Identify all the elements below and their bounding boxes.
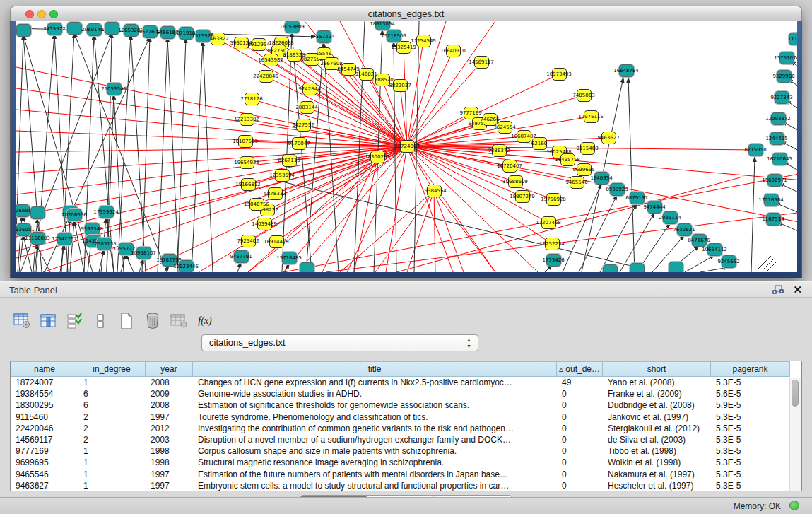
table-cell[interactable]: 0: [557, 435, 603, 445]
graph-node[interactable]: [669, 262, 683, 272]
table-cell[interactable]: 5.6E-5: [711, 389, 790, 399]
table-cell[interactable]: Genome-wide association studies in ADHD.: [193, 389, 557, 399]
table-cell[interactable]: 9465546: [11, 469, 78, 479]
new-column-icon[interactable]: [117, 312, 136, 330]
graph-node[interactable]: [30, 206, 45, 219]
graph-node[interactable]: [603, 264, 618, 272]
table-cell[interactable]: 1998: [146, 457, 193, 467]
table-cell[interactable]: Disruption of a novel member of a sodium…: [193, 435, 557, 445]
table-row[interactable]: 1456911722003Disruption of a novel membe…: [11, 434, 801, 445]
table-cell[interactable]: 1: [78, 378, 146, 387]
table-mode-icon[interactable]: [13, 312, 31, 330]
table-cell[interactable]: 0: [557, 424, 603, 433]
table-cell[interactable]: 2: [78, 435, 146, 445]
table-cell[interactable]: Corpus callosum shape and size in male p…: [193, 446, 557, 456]
table-cell[interactable]: 2003: [146, 435, 193, 445]
table-cell[interactable]: 6: [78, 400, 146, 410]
row-list-icon[interactable]: [91, 312, 110, 330]
float-panel-icon[interactable]: [772, 285, 784, 295]
table-cell[interactable]: Yano et al. (2008): [603, 378, 711, 387]
table-cell[interactable]: Estimation of the future numbers of pati…: [193, 469, 557, 479]
table-row[interactable]: 969969511998Structural magnetic resonanc…: [11, 457, 801, 468]
column-header-name[interactable]: name: [11, 361, 78, 377]
table-cell[interactable]: 1997: [146, 469, 193, 479]
table-row[interactable]: 1830029562008Estimation of significance …: [11, 399, 801, 411]
graph-node[interactable]: [630, 263, 645, 272]
table-cell[interactable]: Structural magnetic resonance image aver…: [193, 457, 557, 467]
table-cell[interactable]: 5.3E-5: [711, 378, 790, 387]
table-cell[interactable]: 5.3E-5: [711, 435, 790, 445]
column-header-in_degree[interactable]: in_degree: [78, 361, 146, 377]
table-cell[interactable]: 9777169: [11, 446, 78, 456]
column-header-year[interactable]: year: [146, 361, 193, 377]
table-row[interactable]: 946362711997Embryonic stem cells: a mode…: [11, 480, 801, 491]
table-cell[interactable]: 5.3E-5: [711, 481, 790, 491]
close-panel-icon[interactable]: ✕: [793, 284, 802, 296]
table-cell[interactable]: 2: [78, 412, 146, 422]
table-cell[interactable]: 0: [557, 412, 603, 422]
table-row[interactable]: 946554611997Estimation of the future num…: [11, 469, 801, 480]
table-cell[interactable]: 1998: [146, 446, 193, 456]
table-cell[interactable]: 2009: [146, 389, 193, 399]
table-cell[interactable]: Embryonic stem cells: a model to study s…: [193, 481, 557, 491]
column-header-title[interactable]: title: [193, 361, 557, 377]
table-cell[interactable]: Tourette syndrome. Phenomenology and cla…: [193, 412, 557, 422]
table-row[interactable]: 1872400712008Changes of HCN gene express…: [11, 377, 801, 388]
table-cell[interactable]: 2: [78, 424, 146, 433]
table-cell[interactable]: 19384554: [11, 389, 78, 399]
table-cell[interactable]: 49: [557, 378, 603, 387]
table-cell[interactable]: 5.3E-5: [711, 412, 790, 422]
table-cell[interactable]: 1: [78, 457, 146, 467]
table-row[interactable]: 977716911998Corpus callosum shape and si…: [11, 445, 801, 457]
column-header-out_de[interactable]: ▵ out_de…: [557, 361, 603, 377]
function-builder-icon[interactable]: f(x): [196, 312, 214, 330]
table-cell[interactable]: Nakamura et al. (1997): [603, 469, 711, 479]
select-all-icon[interactable]: [65, 312, 83, 330]
table-cell[interactable]: 0: [557, 457, 603, 467]
table-cell[interactable]: 0: [557, 446, 603, 456]
table-cell[interactable]: Changes of HCN gene expression and I(f) …: [193, 378, 557, 387]
graph-node[interactable]: [105, 22, 119, 35]
network-canvas[interactable]: 1872400718300295193845547463822596012489…: [16, 21, 797, 272]
scrollbar-thumb[interactable]: [792, 380, 799, 407]
table-row[interactable]: 911546021997Tourette syndrome. Phenomeno…: [11, 411, 801, 423]
table-row[interactable]: 1938455462009Genome-wide association stu…: [11, 388, 801, 399]
table-cell[interactable]: Stergiakouli et al. (2012): [603, 424, 711, 433]
table-cell[interactable]: 5.3E-5: [711, 469, 790, 479]
table-cell[interactable]: 9699695: [11, 457, 78, 467]
table-cell[interactable]: Jankovic et al. (1997): [603, 412, 711, 422]
graph-node[interactable]: [67, 22, 82, 35]
table-cell[interactable]: 18724007: [11, 378, 78, 387]
table-cell[interactable]: 2008: [146, 378, 193, 387]
table-cell[interactable]: 22420046: [11, 424, 78, 433]
table-cell[interactable]: Franke et al. (2009): [603, 389, 711, 399]
table-cell[interactable]: 6: [78, 389, 146, 399]
table-cell[interactable]: Hescheler et al. (1997): [603, 481, 711, 491]
column-header-short[interactable]: short: [603, 361, 711, 377]
table-cell[interactable]: Investigating the contribution of common…: [193, 424, 557, 433]
table-cell[interactable]: 1: [78, 446, 146, 456]
table-cell[interactable]: 1997: [146, 412, 193, 422]
table-cell[interactable]: 0: [557, 481, 603, 491]
table-row[interactable]: 2242004622012Investigating the contribut…: [11, 423, 801, 434]
table-cell[interactable]: Wolkin et al. (1998): [603, 457, 711, 467]
table-cell[interactable]: 18300295: [11, 400, 78, 410]
table-cell[interactable]: 0: [557, 469, 603, 479]
delete-table-icon[interactable]: [170, 312, 188, 330]
graph-node[interactable]: [300, 262, 314, 272]
table-cell[interactable]: 5.3E-5: [711, 457, 790, 467]
table-cell[interactable]: Dudbridge et al. (2008): [603, 400, 711, 410]
table-cell[interactable]: de Silva et al. (2003): [603, 435, 711, 445]
table-cell[interactable]: 1: [78, 469, 146, 479]
table-scrollbar[interactable]: [789, 378, 801, 491]
table-cell[interactable]: 1: [78, 481, 146, 491]
table-selector-dropdown[interactable]: citations_edges.txt ▲▼: [201, 334, 478, 351]
table-cell[interactable]: 2012: [146, 424, 193, 433]
memory-status-icon[interactable]: [789, 501, 799, 510]
table-cell[interactable]: 5.5E-5: [711, 424, 790, 433]
table-cell[interactable]: Estimation of significance thresholds fo…: [193, 400, 557, 410]
table-cell[interactable]: 9463627: [11, 481, 78, 491]
table-cell[interactable]: 2008: [146, 400, 193, 410]
table-cell[interactable]: 5.9E-5: [711, 400, 790, 410]
table-cell[interactable]: 0: [557, 400, 603, 410]
